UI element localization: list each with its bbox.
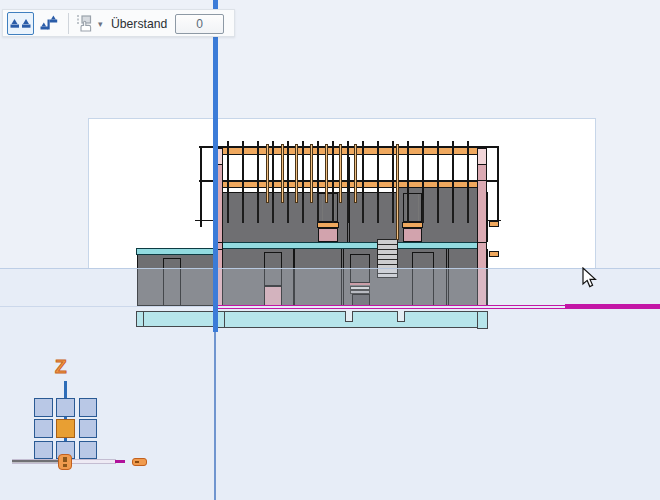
wall-stud-mark: [452, 200, 454, 223]
rafter-post: [332, 141, 334, 201]
wall-stud-mark: [272, 200, 274, 223]
stretch-entry-button[interactable]: [75, 14, 95, 34]
wall-stud-mark: [227, 200, 229, 223]
section-flat-button[interactable]: [7, 12, 34, 35]
overhang-input[interactable]: [175, 14, 224, 34]
vertical-axis-line-extension: [214, 332, 216, 500]
stretch-entry-icon: [75, 14, 95, 34]
rafter-post: [422, 141, 424, 201]
section-line-thick[interactable]: [565, 304, 660, 309]
rafter-post: [287, 141, 289, 201]
handle-slot: [63, 457, 67, 462]
rafter-post: [257, 141, 259, 201]
timber-stud: [310, 144, 313, 204]
widget-magenta-mark: [115, 460, 126, 463]
timber-stud: [354, 144, 357, 204]
reference-point[interactable]: [79, 398, 98, 417]
rafter-post: [362, 141, 364, 201]
reference-point[interactable]: [79, 441, 98, 460]
rafter-post: [242, 141, 244, 201]
context-toolbar: ▾ Überstand: [2, 9, 235, 37]
section-line-thin-1[interactable]: [215, 305, 567, 307]
wall-stud-mark: [392, 200, 394, 223]
mouse-cursor-icon: [582, 267, 598, 289]
wall-stud-mark: [467, 200, 469, 223]
wall-stud-mark: [287, 200, 289, 223]
timber-stud: [325, 144, 328, 204]
wall-stud-mark: [407, 200, 409, 223]
rafter-post: [452, 141, 454, 201]
wall-stud-mark: [362, 200, 364, 223]
wall-stud-mark: [422, 200, 424, 223]
timber-stud: [295, 144, 298, 204]
rafter-post: [437, 141, 439, 201]
section-stepped-icon: [40, 15, 59, 32]
widget-baseline-light: [12, 462, 58, 463]
rafter-post: [227, 141, 229, 201]
vertical-axis-line[interactable]: [213, 0, 218, 332]
wall-stud-mark: [347, 200, 349, 223]
overhang-label: Überstand: [111, 17, 167, 31]
rafter-post: [407, 141, 409, 201]
section-stepped-button[interactable]: [36, 12, 63, 35]
reference-point[interactable]: [34, 398, 53, 417]
reference-point[interactable]: [34, 441, 53, 460]
toolbar-separator: [68, 13, 69, 34]
section-line-thin-2[interactable]: [215, 308, 567, 310]
wall-stud-mark: [317, 200, 319, 223]
wall-stud-mark: [242, 200, 244, 223]
rafter-post: [272, 141, 274, 201]
reference-point[interactable]: [79, 419, 98, 438]
rafter-post: [377, 141, 379, 201]
handle-slot: [63, 464, 67, 468]
reference-point-active[interactable]: [56, 419, 75, 438]
reference-point[interactable]: [56, 398, 75, 417]
timber-stud-long: [396, 144, 399, 241]
rafter-post: [467, 141, 469, 201]
rafter-post: [392, 141, 394, 201]
dropdown-caret-icon[interactable]: ▾: [98, 20, 103, 29]
timber-stud: [266, 144, 269, 204]
wall-stud-mark: [377, 200, 379, 223]
wall-stud-mark: [332, 200, 334, 223]
rafter-post: [347, 141, 349, 201]
wall-stud-mark: [437, 200, 439, 223]
section-flat-icon: [10, 17, 32, 30]
rafter-post: [317, 141, 319, 201]
timber-stud: [281, 144, 284, 204]
widget-end-handle-mark: [135, 461, 139, 463]
reference-point[interactable]: [34, 419, 53, 438]
wall-stud-mark: [257, 200, 259, 223]
timber-stud: [339, 144, 342, 204]
rafter-post: [302, 141, 304, 201]
cad-canvas[interactable]: ▾ Überstand Z: [0, 0, 660, 500]
wall-stud-mark: [302, 200, 304, 223]
reference-point-widget: Z: [0, 350, 170, 480]
